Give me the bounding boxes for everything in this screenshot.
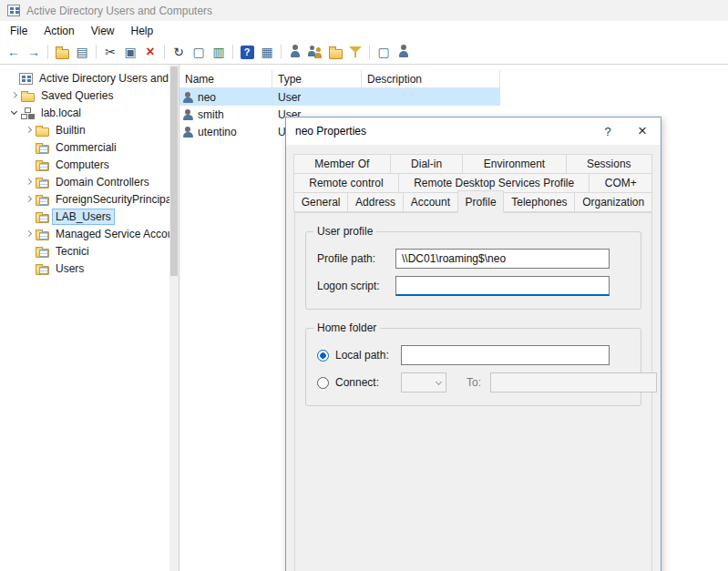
cut-icon[interactable]: ✂ bbox=[100, 42, 120, 62]
menu-file[interactable]: File bbox=[2, 22, 36, 40]
tree-item-commerciali[interactable]: Commerciali bbox=[0, 138, 169, 156]
tree-item-root[interactable]: Active Directory Users and Computers bbox=[0, 69, 169, 87]
toolbar-separator bbox=[47, 45, 48, 59]
list-header: Name Type Description bbox=[179, 70, 500, 88]
tree-item-icon bbox=[36, 214, 49, 223]
home-folder-legend: Home folder bbox=[313, 321, 380, 334]
tree-expander-icon[interactable] bbox=[5, 72, 18, 85]
local-path-input[interactable] bbox=[401, 345, 610, 365]
column-header-type[interactable]: Type bbox=[272, 70, 362, 87]
tree-item-lab-local[interactable]: lab.local bbox=[0, 104, 169, 121]
properties-icon[interactable]: ▦ bbox=[257, 42, 277, 62]
user-profile-group: User profile Profile path: Logon script: bbox=[305, 231, 641, 310]
tree-item-saved-queries[interactable]: Saved Queries bbox=[0, 87, 169, 104]
cell-name: smith bbox=[179, 108, 272, 121]
tree-item-label: Builtin bbox=[53, 123, 88, 138]
tree-item-icon bbox=[36, 266, 49, 275]
menu-action[interactable]: Action bbox=[36, 22, 82, 40]
tree-expander-icon[interactable] bbox=[7, 107, 20, 119]
tab-profile[interactable]: Profile bbox=[457, 190, 505, 213]
tree-item-label: LAB_Users bbox=[53, 209, 114, 224]
tree-item-label: Managed Service Accounts bbox=[53, 227, 169, 241]
tree-scrollbar-thumb[interactable] bbox=[170, 66, 178, 276]
tab-sessions[interactable]: Sessions bbox=[566, 154, 652, 174]
profile-path-label: Profile path: bbox=[317, 252, 395, 265]
copy-icon[interactable]: ▣ bbox=[120, 42, 140, 62]
tree-expander-icon[interactable] bbox=[7, 89, 20, 102]
tab-dial-in[interactable]: Dial-in bbox=[390, 154, 464, 174]
tab-member-of[interactable]: Member Of bbox=[293, 154, 391, 174]
properties-dialog: neo Properties ? × Member OfDial-inEnvir… bbox=[285, 117, 661, 571]
menu-help[interactable]: Help bbox=[123, 22, 162, 40]
tree-expander-icon[interactable] bbox=[22, 141, 35, 154]
tree-item-label: Active Directory Users and Computers bbox=[36, 71, 169, 86]
help-icon[interactable]: ? bbox=[237, 42, 257, 62]
dialog-title: neo Properties bbox=[295, 125, 366, 138]
tree-expander-icon[interactable] bbox=[22, 158, 35, 171]
new-ou-icon[interactable] bbox=[325, 42, 345, 62]
tree-expander-icon[interactable] bbox=[22, 193, 35, 206]
tree-item-tecnici[interactable]: Tecnici bbox=[0, 242, 169, 260]
window-icon[interactable]: ▢ bbox=[189, 42, 209, 62]
drive-letter-select bbox=[401, 372, 446, 393]
tree-item-computers[interactable]: Computers bbox=[0, 156, 169, 173]
column-header-name[interactable]: Name bbox=[179, 70, 272, 87]
list-row-neo[interactable]: neo User bbox=[179, 88, 500, 106]
tree-expander-icon[interactable] bbox=[22, 176, 35, 189]
tree-item-managed-service-accounts[interactable]: Managed Service Accounts bbox=[0, 225, 169, 242]
tree-item-lab-users[interactable]: LAB_Users bbox=[0, 208, 169, 225]
tree-item-foreign-security-principals[interactable]: ForeignSecurityPrincipals bbox=[0, 190, 169, 208]
tree-expander-icon[interactable] bbox=[22, 124, 35, 137]
forward-icon[interactable]: → bbox=[24, 42, 44, 62]
new-group-icon[interactable] bbox=[305, 42, 325, 62]
find-user-icon[interactable] bbox=[394, 42, 414, 62]
logon-script-input[interactable] bbox=[395, 276, 610, 296]
menu-view[interactable]: View bbox=[83, 22, 123, 40]
tree-item-domain-controllers[interactable]: Domain Controllers bbox=[0, 173, 169, 190]
tree-item-icon bbox=[36, 197, 49, 206]
column-header-description[interactable]: Description bbox=[362, 70, 500, 87]
tree-item-label: Computers bbox=[53, 158, 112, 172]
tab-general[interactable]: General bbox=[293, 192, 348, 212]
tab-row-3: GeneralAddressAccountProfileTelephonesOr… bbox=[294, 192, 652, 212]
cell-name: utentino bbox=[179, 126, 272, 138]
tree-expander-icon[interactable] bbox=[22, 228, 35, 240]
tab-organization[interactable]: Organization bbox=[574, 192, 652, 212]
dialog-close-button[interactable]: × bbox=[624, 117, 661, 145]
tab-environment[interactable]: Environment bbox=[462, 154, 566, 174]
connect-radio[interactable] bbox=[317, 377, 329, 389]
delete-icon[interactable]: × bbox=[140, 42, 160, 62]
tab-account[interactable]: Account bbox=[403, 192, 458, 212]
show-console-tree-icon[interactable] bbox=[52, 42, 72, 62]
refresh-icon[interactable]: ↻ bbox=[169, 42, 189, 62]
tree-item-icon bbox=[36, 249, 49, 258]
tree-item-label: Commerciali bbox=[53, 140, 119, 155]
toolbar: ← → ▤ ✂ ▣ × ↻ ▢ ▥ ? ▦ bbox=[0, 40, 728, 65]
profile-path-input[interactable] bbox=[395, 249, 610, 269]
cell-name-text: neo bbox=[198, 91, 216, 104]
tree-scrollbar[interactable] bbox=[169, 65, 179, 571]
cell-name-text: smith bbox=[198, 108, 224, 121]
profile-tab-page: User profile Profile path: Logon script:… bbox=[294, 212, 652, 571]
tab-remote-control[interactable]: Remote control bbox=[293, 173, 399, 193]
export-icon[interactable]: ▥ bbox=[209, 42, 229, 62]
chevron-down-icon bbox=[436, 378, 442, 384]
tree-item-builtin[interactable]: Builtin bbox=[0, 121, 169, 138]
cell-type: User bbox=[272, 91, 362, 104]
back-icon[interactable]: ← bbox=[4, 42, 24, 62]
tree-expander-icon[interactable] bbox=[22, 262, 35, 275]
dialog-help-button[interactable]: ? bbox=[591, 117, 624, 145]
tab-address[interactable]: Address bbox=[347, 192, 404, 212]
tree-expander-icon[interactable] bbox=[22, 210, 35, 223]
tab-com-plus[interactable]: COM+ bbox=[589, 173, 652, 193]
export-list-icon[interactable]: ▤ bbox=[72, 42, 92, 62]
tree-expander-icon[interactable] bbox=[22, 245, 35, 258]
toolbar-separator bbox=[96, 45, 97, 59]
policy-icon[interactable]: ▢ bbox=[374, 42, 394, 62]
new-user-icon[interactable] bbox=[285, 42, 305, 62]
filter-icon[interactable] bbox=[345, 42, 365, 62]
tab-telephones[interactable]: Telephones bbox=[503, 192, 575, 212]
user-icon bbox=[183, 92, 193, 103]
tree-item-users[interactable]: Users bbox=[0, 260, 169, 277]
local-path-radio[interactable] bbox=[317, 350, 329, 362]
